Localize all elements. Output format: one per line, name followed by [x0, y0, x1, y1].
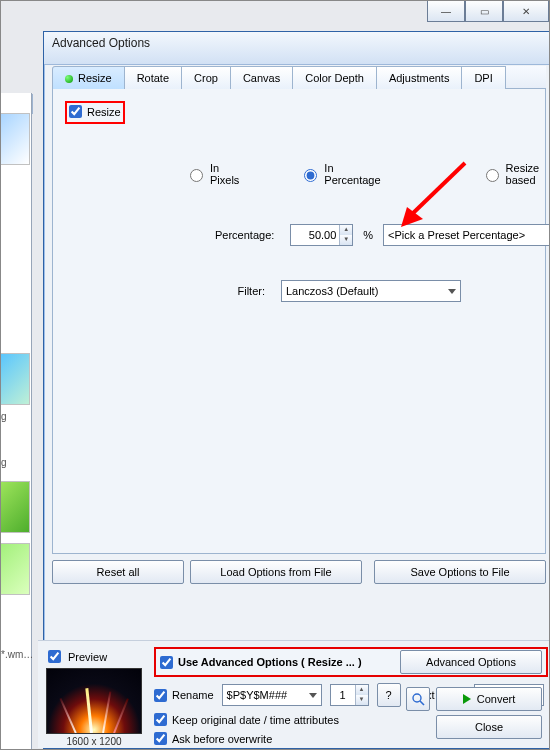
- ask-overwrite-label: Ask before overwrite: [172, 733, 272, 745]
- tab-label: Rotate: [137, 72, 169, 84]
- minimize-button[interactable]: —: [427, 1, 465, 22]
- chevron-down-icon: [309, 693, 317, 698]
- spinner-buttons[interactable]: ▲▼: [355, 685, 368, 705]
- percentage-spinner[interactable]: ▲▼: [290, 224, 353, 246]
- resize-checkbox-input[interactable]: [69, 105, 82, 118]
- ask-overwrite-input[interactable]: [154, 732, 167, 745]
- rename-start-spinner[interactable]: ▲▼: [330, 684, 369, 706]
- magnifier-icon: [411, 692, 425, 706]
- use-advanced-options-row: Use Advanced Options ( Resize ... ) Adva…: [154, 647, 548, 677]
- btn-label: Advanced Options: [426, 656, 516, 668]
- spinner-up-icon[interactable]: ▲: [356, 685, 368, 695]
- rename-help-button[interactable]: ?: [377, 683, 401, 707]
- spinner-down-icon[interactable]: ▼: [356, 695, 368, 705]
- preview-image: [46, 668, 142, 734]
- zoom-preview-button[interactable]: [406, 687, 430, 711]
- thumbnail-strip: g *.wm… g: [1, 93, 32, 749]
- reset-all-button[interactable]: Reset all: [52, 560, 184, 584]
- btn-label: Convert: [477, 693, 516, 705]
- tab-colordepth[interactable]: Color Depth: [292, 66, 377, 89]
- resize-panel: Resize In Pixels In Percentage: [52, 89, 546, 554]
- radio-in-percentage[interactable]: In Percentage: [299, 162, 380, 186]
- active-dot-icon: [65, 75, 73, 83]
- rename-pattern-combo[interactable]: $P$Y$M###: [222, 684, 322, 706]
- close-icon: ✕: [522, 6, 530, 17]
- radio-label: In Percentage: [324, 162, 380, 186]
- resize-checkbox-label: Resize: [87, 106, 121, 118]
- keep-date-input[interactable]: [154, 713, 167, 726]
- chevron-down-icon: [448, 289, 456, 294]
- combo-text: $P$Y$M###: [227, 689, 288, 701]
- tab-label: DPI: [474, 72, 492, 84]
- radio-in-percentage-input[interactable]: [304, 169, 317, 182]
- svg-line-3: [420, 701, 424, 705]
- convert-button[interactable]: Convert: [436, 687, 542, 711]
- min-icon: —: [441, 6, 451, 17]
- tab-rotate[interactable]: Rotate: [124, 66, 182, 89]
- btn-label: Save Options to File: [410, 566, 509, 578]
- radio-in-pixels-input[interactable]: [190, 169, 203, 182]
- filter-combo[interactable]: Lanczos3 (Default): [281, 280, 461, 302]
- percentage-input[interactable]: [291, 225, 339, 245]
- btn-label: Load Options from File: [220, 566, 331, 578]
- preview-label: Preview: [68, 651, 107, 663]
- tab-bar: Resize Rotate Crop Canvas Color Depth Ad…: [52, 66, 546, 89]
- lower-panel: Preview 1600 x 1200 713 KB 2011-11-10 07…: [38, 640, 550, 748]
- radio-resize-based[interactable]: Resize based: [481, 162, 540, 186]
- preview-checkbox[interactable]: Preview: [38, 647, 150, 666]
- spinner-down-icon[interactable]: ▼: [340, 235, 352, 245]
- advanced-options-dialog: Advanced Options Resize Rotate Crop Canv…: [43, 31, 550, 749]
- radio-in-pixels[interactable]: In Pixels: [185, 162, 239, 186]
- save-options-button[interactable]: Save Options to File: [374, 560, 546, 584]
- keep-date-checkbox[interactable]: Keep original date / time attributes: [154, 713, 339, 726]
- load-options-button[interactable]: Load Options from File: [190, 560, 362, 584]
- btn-label: Reset all: [97, 566, 140, 578]
- tab-adjustments[interactable]: Adjustments: [376, 66, 463, 89]
- filter-label: Filter:: [215, 285, 265, 297]
- radio-resize-based-input[interactable]: [486, 169, 499, 182]
- tab-resize[interactable]: Resize: [52, 66, 125, 89]
- advanced-options-button[interactable]: Advanced Options: [400, 650, 542, 674]
- maximize-button[interactable]: ▭: [465, 1, 503, 22]
- tab-label: Crop: [194, 72, 218, 84]
- uao-checkbox-input[interactable]: [160, 656, 173, 669]
- combo-text: Lanczos3 (Default): [286, 285, 378, 297]
- combo-text: <Pick a Preset Percentage>: [388, 229, 525, 241]
- preview-checkbox-input[interactable]: [48, 650, 61, 663]
- rename-start-input[interactable]: [331, 685, 355, 705]
- uao-label: Use Advanced Options ( Resize ... ): [178, 656, 362, 668]
- spinner-buttons[interactable]: ▲▼: [339, 225, 352, 245]
- radio-label: In Pixels: [210, 162, 239, 186]
- tab-resize-label: Resize: [78, 72, 112, 84]
- resize-checkbox[interactable]: Resize: [69, 105, 121, 118]
- use-advanced-options-checkbox[interactable]: Use Advanced Options ( Resize ... ): [160, 656, 362, 669]
- rename-checkbox[interactable]: Rename: [154, 689, 214, 702]
- tab-label: Color Depth: [305, 72, 364, 84]
- rename-checkbox-input[interactable]: [154, 689, 167, 702]
- keep-date-label: Keep original date / time attributes: [172, 714, 339, 726]
- play-icon: [463, 694, 471, 704]
- tab-dpi[interactable]: DPI: [461, 66, 505, 89]
- preview-dimensions: 1600 x 1200: [38, 736, 150, 749]
- svg-point-2: [413, 694, 421, 702]
- spinner-up-icon[interactable]: ▲: [340, 225, 352, 235]
- preset-percentage-combo[interactable]: <Pick a Preset Percentage>: [383, 224, 550, 246]
- tab-label: Canvas: [243, 72, 280, 84]
- close-button[interactable]: ✕: [503, 1, 549, 22]
- question-icon: ?: [386, 689, 392, 701]
- radio-label: Resize based: [506, 162, 540, 186]
- tab-label: Adjustments: [389, 72, 450, 84]
- rename-label: Rename: [172, 689, 214, 701]
- max-icon: ▭: [480, 6, 489, 17]
- percentage-label: Percentage:: [215, 229, 274, 241]
- tab-crop[interactable]: Crop: [181, 66, 231, 89]
- tab-canvas[interactable]: Canvas: [230, 66, 293, 89]
- annotation-highlight: Resize: [65, 101, 125, 124]
- btn-label: Close: [475, 721, 503, 733]
- ask-overwrite-checkbox[interactable]: Ask before overwrite: [154, 732, 272, 745]
- percent-sign: %: [363, 229, 373, 241]
- close-dialog-button[interactable]: Close: [436, 715, 542, 739]
